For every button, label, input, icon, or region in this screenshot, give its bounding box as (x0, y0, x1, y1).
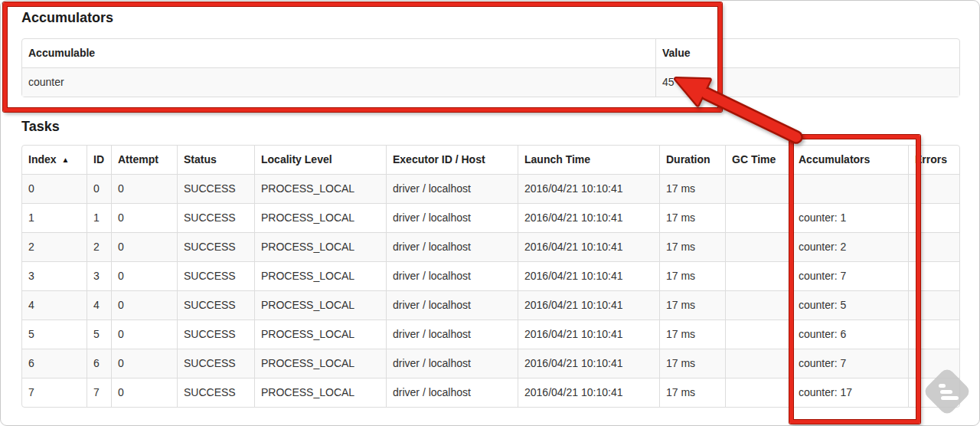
cell-launch-time: 2016/04/21 10:10:41 (518, 320, 659, 349)
cell-id: 7 (87, 378, 111, 407)
cell-accumulators: counter: 2 (792, 232, 908, 261)
column-header-value[interactable]: Value (655, 39, 959, 67)
cell-index: 6 (22, 349, 87, 378)
cell-locality-level: PROCESS_LOCAL (254, 378, 386, 407)
accumulators-section-title: Accumulators (21, 0, 959, 26)
task-row: 3 3 0 SUCCESS PROCESS_LOCAL driver / loc… (22, 261, 959, 290)
column-header-gc-time[interactable]: GC Time (725, 146, 792, 174)
cell-executor-id-host: driver / localhost (386, 320, 518, 349)
column-header-accumulators[interactable]: Accumulators (792, 146, 908, 174)
cell-executor-id-host: driver / localhost (386, 349, 518, 378)
column-header-executor-id-host[interactable]: Executor ID / Host (386, 146, 518, 174)
cell-index: 4 (22, 290, 87, 320)
column-header-index-label: Index (28, 153, 57, 165)
cell-id: 0 (87, 174, 111, 203)
cell-status: SUCCESS (177, 232, 254, 261)
cell-value: 45 (655, 67, 959, 97)
column-header-index[interactable]: Index▲ (22, 146, 87, 174)
cell-errors (908, 290, 959, 320)
cell-accumulators: counter: 7 (792, 261, 908, 290)
tasks-table: Index▲ ID Attempt Status Locality Level … (21, 145, 960, 408)
cell-locality-level: PROCESS_LOCAL (254, 290, 386, 320)
tasks-header-row: Index▲ ID Attempt Status Locality Level … (22, 146, 959, 174)
task-row: 1 1 0 SUCCESS PROCESS_LOCAL driver / loc… (22, 203, 959, 232)
cell-errors (908, 320, 959, 349)
cell-errors (908, 232, 959, 261)
cell-executor-id-host: driver / localhost (386, 290, 518, 320)
cell-locality-level: PROCESS_LOCAL (254, 174, 386, 203)
cell-locality-level: PROCESS_LOCAL (254, 232, 386, 261)
column-header-status[interactable]: Status (177, 146, 254, 174)
cell-attempt: 0 (111, 349, 177, 378)
cell-accumulators: counter: 1 (792, 203, 908, 232)
cell-attempt: 0 (111, 232, 177, 261)
cell-launch-time: 2016/04/21 10:10:41 (518, 261, 659, 290)
cell-status: SUCCESS (177, 174, 254, 203)
column-header-accumulable[interactable]: Accumulable (22, 39, 655, 67)
cell-attempt: 0 (111, 261, 177, 290)
cell-locality-level: PROCESS_LOCAL (254, 203, 386, 232)
cell-launch-time: 2016/04/21 10:10:41 (518, 378, 659, 407)
cell-attempt: 0 (111, 290, 177, 320)
cell-gc-time (725, 174, 792, 203)
column-header-errors[interactable]: Errors (908, 146, 959, 174)
cell-status: SUCCESS (177, 378, 254, 407)
cell-gc-time (725, 203, 792, 232)
cell-duration: 17 ms (659, 261, 725, 290)
column-header-locality-level[interactable]: Locality Level (254, 146, 386, 174)
cell-launch-time: 2016/04/21 10:10:41 (518, 174, 659, 203)
cell-status: SUCCESS (177, 290, 254, 320)
cell-errors (908, 261, 959, 290)
cell-index: 7 (22, 378, 87, 407)
cell-gc-time (725, 320, 792, 349)
cell-duration: 17 ms (659, 232, 725, 261)
cell-errors (908, 349, 959, 378)
cell-errors (908, 174, 959, 203)
cell-locality-level: PROCESS_LOCAL (254, 349, 386, 378)
cell-executor-id-host: driver / localhost (386, 174, 518, 203)
cell-duration: 17 ms (659, 320, 725, 349)
task-row: 4 4 0 SUCCESS PROCESS_LOCAL driver / loc… (22, 290, 959, 320)
column-header-launch-time[interactable]: Launch Time (518, 146, 659, 174)
cell-duration: 17 ms (659, 174, 725, 203)
column-header-id[interactable]: ID (87, 146, 111, 174)
cell-gc-time (725, 378, 792, 407)
cell-locality-level: PROCESS_LOCAL (254, 320, 386, 349)
cell-index: 1 (22, 203, 87, 232)
cell-status: SUCCESS (177, 349, 254, 378)
cell-gc-time (725, 232, 792, 261)
accumulators-table: Accumulable Value counter 45 (21, 38, 960, 97)
sort-ascending-icon: ▲ (62, 156, 70, 164)
cell-index: 3 (22, 261, 87, 290)
cell-id: 2 (87, 232, 111, 261)
cell-index: 5 (22, 320, 87, 349)
cell-accumulators: counter: 7 (792, 349, 908, 378)
cell-index: 2 (22, 232, 87, 261)
cell-executor-id-host: driver / localhost (386, 261, 518, 290)
task-row: 6 6 0 SUCCESS PROCESS_LOCAL driver / loc… (22, 349, 959, 378)
cell-index: 0 (22, 174, 87, 203)
cell-errors (908, 203, 959, 232)
cell-gc-time (725, 349, 792, 378)
column-header-duration[interactable]: Duration (659, 146, 725, 174)
cell-gc-time (725, 261, 792, 290)
cell-id: 5 (87, 320, 111, 349)
cell-id: 4 (87, 290, 111, 320)
cell-executor-id-host: driver / localhost (386, 378, 518, 407)
tasks-section-title: Tasks (21, 118, 959, 135)
cell-attempt: 0 (111, 174, 177, 203)
column-header-attempt[interactable]: Attempt (111, 146, 177, 174)
task-row: 7 7 0 SUCCESS PROCESS_LOCAL driver / loc… (22, 378, 959, 407)
cell-id: 6 (87, 349, 111, 378)
accumulator-row: counter 45 (22, 67, 959, 97)
accumulators-header-row: Accumulable Value (22, 39, 959, 67)
cell-launch-time: 2016/04/21 10:10:41 (518, 349, 659, 378)
cell-launch-time: 2016/04/21 10:10:41 (518, 203, 659, 232)
cell-accumulators: counter: 17 (792, 378, 908, 407)
cell-accumulable: counter (22, 67, 655, 97)
cell-launch-time: 2016/04/21 10:10:41 (518, 232, 659, 261)
cell-gc-time (725, 290, 792, 320)
cell-errors (908, 378, 959, 407)
cell-attempt: 0 (111, 378, 177, 407)
cell-id: 1 (87, 203, 111, 232)
